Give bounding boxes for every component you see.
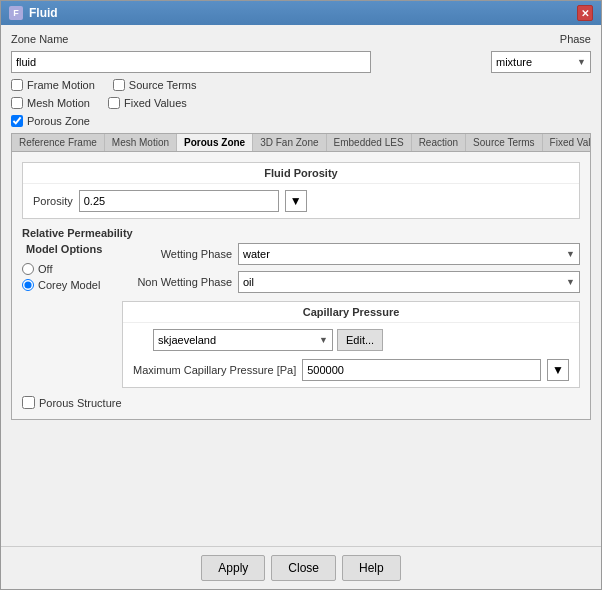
tab-embedded-les[interactable]: Embedded LES [327, 134, 412, 151]
zone-name-input[interactable] [11, 51, 371, 73]
checkboxes-row1: Frame Motion Source Terms [11, 79, 591, 91]
max-cap-dropdown[interactable]: ▼ [547, 359, 569, 381]
checkboxes-row2: Mesh Motion Fixed Values [11, 97, 591, 109]
zone-name-label: Zone Name [11, 33, 68, 45]
mesh-motion-checkbox-item: Mesh Motion [11, 97, 90, 109]
frame-motion-checkbox-item: Frame Motion [11, 79, 95, 91]
off-radio[interactable] [22, 263, 34, 275]
porous-structure-row: Porous Structure [22, 396, 580, 409]
tab-mesh-motion[interactable]: Mesh Motion [105, 134, 177, 151]
relative-permeability-section: Relative Permeability Model Options Off [22, 227, 580, 388]
fixed-values-checkbox[interactable] [108, 97, 120, 109]
phase-and-cap-col: Wetting Phase water ▼ Non Wetting Phase [122, 243, 580, 388]
tab-3d-fan-zone[interactable]: 3D Fan Zone [253, 134, 326, 151]
zone-name-phase-row: Zone Name Phase [11, 33, 591, 45]
max-cap-arrow-icon: ▼ [552, 363, 564, 377]
porous-structure-checkbox[interactable] [22, 396, 35, 409]
phase-selects: Wetting Phase water ▼ Non Wetting Phase [122, 243, 580, 293]
capillary-model-value: skjaeveland [158, 334, 216, 346]
fluid-dialog: F Fluid ✕ Zone Name Phase mixture ▼ [0, 0, 602, 590]
tab-source-terms[interactable]: Source Terms [466, 134, 543, 151]
porosity-dropdown-arrow[interactable]: ▼ [285, 190, 307, 212]
wetting-phase-select[interactable]: water ▼ [238, 243, 580, 265]
corey-model-label: Corey Model [38, 279, 100, 291]
capillary-model-select[interactable]: skjaeveland ▼ [153, 329, 333, 351]
non-wetting-phase-label: Non Wetting Phase [122, 276, 232, 288]
source-terms-top-checkbox-item: Source Terms [113, 79, 197, 91]
tab-reference-frame[interactable]: Reference Frame [12, 134, 105, 151]
mesh-motion-checkbox[interactable] [11, 97, 23, 109]
fluid-porosity-section: Fluid Porosity Porosity ▼ [22, 162, 580, 219]
non-wetting-phase-select[interactable]: oil ▼ [238, 271, 580, 293]
frame-motion-checkbox[interactable] [11, 79, 23, 91]
tab-reaction[interactable]: Reaction [412, 134, 466, 151]
fixed-values-checkbox-item: Fixed Values [108, 97, 187, 109]
capillary-model-arrow: ▼ [319, 335, 328, 345]
phase-select[interactable]: mixture ▼ [491, 51, 591, 73]
tab-porous-zone-content: Fluid Porosity Porosity ▼ Relative Perm [12, 152, 590, 419]
max-cap-input[interactable] [302, 359, 541, 381]
help-button[interactable]: Help [342, 555, 401, 581]
phase-label: Phase [560, 33, 591, 45]
porous-zone-checkbox[interactable] [11, 115, 23, 127]
source-terms-top-label: Source Terms [129, 79, 197, 91]
edit-button[interactable]: Edit... [337, 329, 383, 351]
capillary-pressure-section: Capillary Pressure skjaeveland ▼ Edit... [122, 301, 580, 388]
rel-perm-container: Model Options Off Corey Model [22, 243, 580, 388]
porous-zone-label: Porous Zone [27, 115, 90, 127]
phase-group: Phase [560, 33, 591, 45]
porosity-label: Porosity [33, 195, 73, 207]
wetting-phase-arrow: ▼ [566, 249, 575, 259]
window-icon: F [9, 6, 23, 20]
porous-structure-label: Porous Structure [39, 397, 122, 409]
phase-dropdown-arrow: ▼ [577, 57, 586, 67]
zone-name-input-row: mixture ▼ [11, 51, 591, 73]
porous-zone-row: Porous Zone [11, 115, 591, 127]
porous-zone-checkbox-item: Porous Zone [11, 115, 90, 127]
model-options-col: Model Options Off Corey Model [22, 243, 112, 388]
cap-select-row: skjaeveland ▼ Edit... [153, 329, 569, 351]
fixed-values-label: Fixed Values [124, 97, 187, 109]
window-title: Fluid [29, 6, 58, 20]
phase-select-value: mixture [496, 56, 532, 68]
non-wetting-phase-row: Non Wetting Phase oil ▼ [122, 271, 580, 293]
title-bar: F Fluid ✕ [1, 1, 601, 25]
cap-pressure-inner: skjaeveland ▼ Edit... Maximum Capillary … [123, 323, 579, 387]
corey-model-radio-item: Corey Model [22, 279, 112, 291]
frame-motion-label: Frame Motion [27, 79, 95, 91]
non-wetting-phase-arrow: ▼ [566, 277, 575, 287]
cap-pressure-title: Capillary Pressure [123, 302, 579, 323]
porosity-input[interactable] [79, 190, 279, 212]
tab-fixed-values[interactable]: Fixed Values [543, 134, 590, 151]
mesh-motion-label: Mesh Motion [27, 97, 90, 109]
zone-name-group: Zone Name [11, 33, 68, 45]
wetting-phase-row: Wetting Phase water ▼ [122, 243, 580, 265]
porosity-row: Porosity ▼ [33, 190, 569, 212]
fluid-porosity-body: Porosity ▼ [23, 184, 579, 218]
off-radio-item: Off [22, 263, 112, 275]
rel-perm-title: Relative Permeability [22, 227, 580, 239]
fluid-porosity-title: Fluid Porosity [23, 163, 579, 184]
model-options-title: Model Options [26, 243, 112, 255]
apply-button[interactable]: Apply [201, 555, 265, 581]
max-cap-row: Maximum Capillary Pressure [Pa] ▼ [133, 359, 569, 381]
source-terms-top-checkbox[interactable] [113, 79, 125, 91]
bottom-bar: Apply Close Help [1, 546, 601, 589]
porosity-arrow-icon: ▼ [290, 194, 302, 208]
close-button[interactable]: Close [271, 555, 336, 581]
title-bar-left: F Fluid [9, 6, 58, 20]
non-wetting-phase-value: oil [243, 276, 254, 288]
tabs-container: Reference Frame Mesh Motion Porous Zone … [11, 133, 591, 420]
max-cap-label: Maximum Capillary Pressure [Pa] [133, 364, 296, 376]
close-window-button[interactable]: ✕ [577, 5, 593, 21]
dialog-content: Zone Name Phase mixture ▼ Frame Motion S… [1, 25, 601, 546]
tab-porous-zone[interactable]: Porous Zone [177, 134, 253, 152]
wetting-phase-value: water [243, 248, 270, 260]
off-label: Off [38, 263, 52, 275]
corey-model-radio[interactable] [22, 279, 34, 291]
tabs-bar: Reference Frame Mesh Motion Porous Zone … [12, 134, 590, 152]
wetting-phase-label: Wetting Phase [122, 248, 232, 260]
